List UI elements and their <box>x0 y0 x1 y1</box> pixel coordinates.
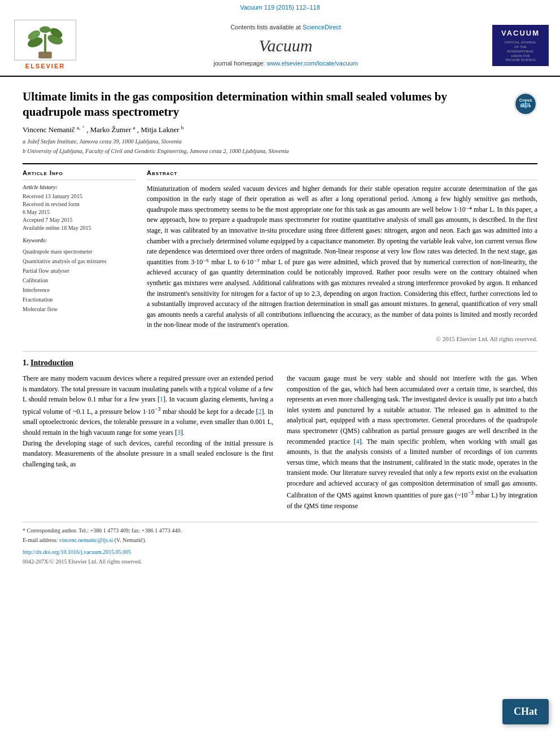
vacuum-logo-sub: OFFICIAL JOURNALOF THEINTERNATIONALUNION… <box>505 41 536 63</box>
journal-title-display: Vacuum <box>79 34 492 58</box>
keywords-list: Quadrupole mass spectrometerQuantitative… <box>23 247 135 314</box>
keyword-item: Interference <box>23 285 135 295</box>
author-1-star: * <box>82 125 85 130</box>
contents-text: Contents lists available at <box>230 24 301 30</box>
received-date: Received 13 January 2015 <box>23 193 135 200</box>
online-date: Available online 18 May 2015 <box>23 224 135 232</box>
affiliation-a: a Jožef Stefan Institute, Jamova cesta 3… <box>23 138 505 146</box>
email-line: E-mail address: vincenc.nemanic@ijs.si (… <box>23 536 537 544</box>
authors-line: Vincenc Nemanič a, * , Marko Žumer a , M… <box>23 124 505 136</box>
intro-title: Introduction <box>30 359 73 367</box>
chat-button[interactable]: CHat <box>502 699 549 724</box>
author-2: Marko Žumer <box>90 126 132 134</box>
chat-label: CHat <box>514 706 537 717</box>
intro-number: 1. <box>23 359 29 367</box>
author-1: Vincenc Nemanič <box>23 126 75 134</box>
keyword-item: Quadrupole mass spectrometer <box>23 247 135 256</box>
intro-para-1: There are many modern vacuum devices whe… <box>23 373 273 438</box>
keyword-item: Fractionation <box>23 295 135 304</box>
revised-label: Received in revised form <box>23 200 135 208</box>
abstract-text: Miniaturization of modern sealed vacuum … <box>147 184 537 330</box>
corresponding-author-note: * Corresponding author. Tel.: +386 1 477… <box>23 527 537 535</box>
elsevier-brand: ELSEVIER <box>25 62 65 71</box>
volume-info: Vacuum 119 (2015) 112–118 <box>11 3 549 12</box>
homepage-url[interactable]: www.elsevier.com/locate/vacuum <box>266 60 357 67</box>
main-content: Ultimate limits in the gas composition d… <box>0 77 560 573</box>
intro-para-3: the vacuum gauge must be very stable and… <box>287 373 537 512</box>
keyword-item: Calibration <box>23 276 135 285</box>
author-1-affil: a, <box>77 125 80 130</box>
intro-para-2: During the developing stage of such devi… <box>23 438 273 470</box>
keywords-section: Keywords: Quadrupole mass spectrometerQu… <box>23 237 135 314</box>
journal-header: Vacuum 119 (2015) 112–118 <box>0 0 560 77</box>
journal-center-info: Contents lists available at ScienceDirec… <box>79 23 492 68</box>
article-title-section: Ultimate limits in the gas composition d… <box>23 84 537 161</box>
keyword-item: Partial flow analyser <box>23 266 135 276</box>
intro-heading: 1. Introduction <box>23 357 537 369</box>
article-title: Ultimate limits in the gas composition d… <box>23 89 505 120</box>
introduction-section: 1. Introduction There are many modern va… <box>23 357 537 511</box>
doi-line: http://dx.doi.org/10.1016/j.vacuum.2015.… <box>23 547 537 557</box>
intro-col-right: the vacuum gauge must be very stable and… <box>287 373 537 512</box>
section-divider <box>23 351 537 352</box>
sciencedirect-link[interactable]: ScienceDirect <box>303 24 341 30</box>
email-link[interactable]: vincenc.nemanic@ijs.si <box>59 537 113 543</box>
history-label: Article history: <box>23 184 135 191</box>
title-divider <box>23 163 537 164</box>
crossmark-logo: Cross Mark <box>514 92 537 119</box>
svg-rect-2 <box>44 34 46 53</box>
revised-date: 6 May 2015 <box>23 208 135 216</box>
author-2-affil: a <box>133 125 135 130</box>
doi-link[interactable]: http://dx.doi.org/10.1016/j.vacuum.2015.… <box>23 549 131 555</box>
email-label: E-mail address: <box>23 537 58 543</box>
homepage-label: journal homepage: <box>213 60 265 67</box>
copyright-text: © 2015 Elsevier Ltd. All rights reserved… <box>147 335 537 343</box>
abstract-col: Abstract Miniaturization of modern seale… <box>147 169 537 343</box>
author-3: Mitja Lakner <box>141 126 179 134</box>
intro-col-left: There are many modern vacuum devices whe… <box>23 373 273 512</box>
footer-section: * Corresponding author. Tel.: +386 1 477… <box>23 522 537 566</box>
vacuum-logo-text: VACUUM <box>501 28 540 38</box>
vacuum-logo-box: VACUUM OFFICIAL JOURNALOF THEINTERNATION… <box>492 25 549 66</box>
abstract-label: Abstract <box>147 169 537 180</box>
author-3-affil: b <box>181 125 184 130</box>
history-section: Article history: Received 13 January 201… <box>23 184 135 232</box>
keyword-item: Molecular flow <box>23 304 135 314</box>
keywords-label: Keywords: <box>23 237 135 244</box>
article-info-label: Article Info <box>23 169 135 180</box>
email-suffix: (V. Nemanič). <box>115 537 146 543</box>
elsevier-logo: ELSEVIER <box>11 20 79 71</box>
intro-body: There are many modern vacuum devices whe… <box>23 373 537 512</box>
article-info-col: Article Info Article history: Received 1… <box>23 169 135 343</box>
info-abstract-section: Article Info Article history: Received 1… <box>23 169 537 343</box>
keyword-item: Quantitative analysis of gas mixtures <box>23 256 135 266</box>
affiliation-b: b University of Ljubljana, Faculty of Ci… <box>23 147 505 156</box>
svg-point-7 <box>40 27 51 33</box>
accepted-date: Accepted 7 May 2015 <box>23 216 135 224</box>
issn-line: 0042-207X/© 2015 Elsevier Ltd. All right… <box>23 558 537 566</box>
